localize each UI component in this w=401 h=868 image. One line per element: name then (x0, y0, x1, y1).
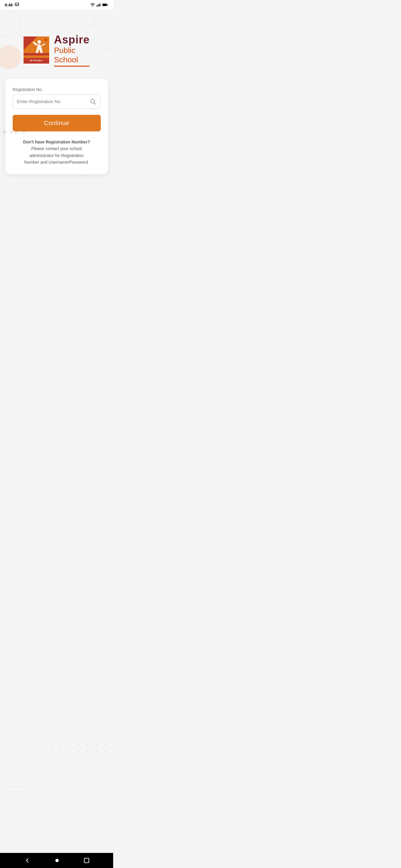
registration-label: Registration No. (13, 87, 101, 92)
svg-rect-16 (98, 4, 98, 6)
wifi-icon (90, 3, 95, 7)
registration-input-wrapper (13, 94, 101, 109)
time-display: 6:48 (5, 3, 13, 7)
svg-rect-26 (24, 56, 49, 58)
svg-text:Be The Best: Be The Best (30, 59, 42, 61)
search-button[interactable] (90, 98, 96, 105)
star-decoration: ★ (44, 37, 48, 42)
signal-icon (96, 3, 101, 7)
help-text: Don't have Registration Number? Please c… (13, 138, 101, 166)
recents-nav-button[interactable] (84, 858, 90, 864)
arrows-decoration: ▶ ▶▶ ▶ (3, 128, 27, 135)
school-name-underline (54, 66, 90, 67)
school-name-text: Aspire Public School (54, 34, 90, 67)
main-content: ★ (0, 10, 113, 180)
svg-line-29 (94, 103, 96, 104)
svg-rect-15 (96, 5, 97, 6)
recents-nav-icon (84, 858, 90, 864)
svg-rect-10 (7, 787, 26, 809)
school-text: School (54, 55, 90, 64)
back-nav-button[interactable] (24, 857, 30, 864)
home-nav-button[interactable] (54, 857, 60, 864)
backpack-decoration (3, 779, 30, 814)
svg-point-24 (37, 40, 41, 44)
svg-rect-20 (103, 4, 107, 6)
status-bar-left: 6:48 (5, 2, 19, 7)
navigation-bar (0, 853, 113, 868)
svg-rect-17 (99, 4, 99, 6)
help-text-line4: Number and Username/Password. (24, 160, 89, 164)
aspire-text: Aspire (54, 34, 90, 46)
svg-rect-11 (12, 796, 21, 802)
help-text-line3: administrator for Registration (30, 153, 84, 158)
svg-rect-18 (100, 3, 101, 7)
logo-section: Be The Best Aspire Public School (24, 34, 90, 67)
status-bar-right (90, 3, 108, 7)
home-nav-icon (54, 857, 60, 864)
registration-input[interactable] (17, 99, 90, 104)
public-text: Public (54, 46, 90, 55)
svg-point-14 (92, 6, 93, 7)
svg-point-30 (55, 859, 59, 862)
back-nav-icon (24, 857, 30, 864)
svg-rect-31 (84, 858, 89, 863)
help-text-line2: Please contact your school (31, 146, 82, 151)
status-bar: 6:48 (0, 0, 113, 10)
help-text-line1: Don't have Registration Number? (23, 140, 90, 144)
battery-icon (102, 3, 108, 7)
dot-grid-right (51, 744, 109, 766)
notification-icon (15, 2, 19, 7)
search-icon (90, 98, 96, 105)
registration-card: Registration No. Continue Don't have Reg… (5, 79, 108, 174)
